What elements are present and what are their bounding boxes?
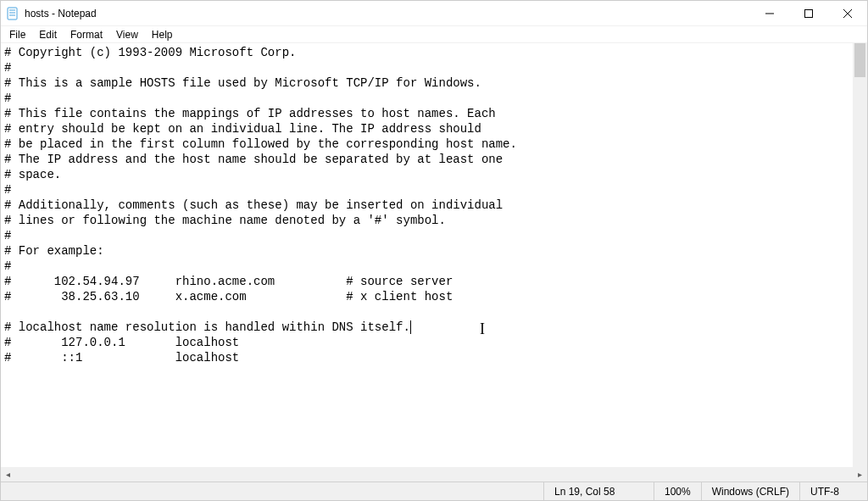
- menu-bar: File Edit Format View Help: [1, 26, 867, 43]
- menu-format[interactable]: Format: [64, 27, 109, 42]
- horizontal-scrollbar[interactable]: ◂ ▸: [1, 467, 867, 482]
- scroll-right-arrow-icon[interactable]: ▸: [853, 467, 867, 482]
- text-editor[interactable]: # Copyright (c) 1993-2009 Microsoft Corp…: [1, 43, 867, 467]
- editor-area: # Copyright (c) 1993-2009 Microsoft Corp…: [1, 43, 867, 482]
- scroll-left-arrow-icon[interactable]: ◂: [1, 467, 15, 482]
- status-spacer: [1, 482, 543, 500]
- menu-edit[interactable]: Edit: [32, 27, 64, 42]
- status-cursor-position: Ln 19, Col 58: [543, 482, 654, 500]
- minimize-button[interactable]: [750, 1, 789, 26]
- vertical-scrollbar-thumb[interactable]: [854, 43, 865, 77]
- svg-rect-0: [8, 8, 17, 19]
- status-bar: Ln 19, Col 58 100% Windows (CRLF) UTF-8: [1, 482, 867, 500]
- menu-view[interactable]: View: [109, 27, 145, 42]
- status-encoding: UTF-8: [799, 482, 867, 500]
- status-zoom: 100%: [654, 482, 701, 500]
- window-title: hosts - Notepad: [25, 8, 97, 19]
- menu-help[interactable]: Help: [145, 27, 180, 42]
- close-button[interactable]: [828, 1, 867, 26]
- status-line-ending: Windows (CRLF): [701, 482, 799, 500]
- notepad-icon: [6, 7, 19, 20]
- menu-file[interactable]: File: [3, 27, 32, 42]
- svg-rect-5: [805, 9, 813, 17]
- text-cursor-icon: I: [480, 321, 485, 337]
- vertical-scrollbar[interactable]: [853, 43, 867, 467]
- maximize-button[interactable]: [789, 1, 828, 26]
- title-bar: hosts - Notepad: [1, 1, 867, 26]
